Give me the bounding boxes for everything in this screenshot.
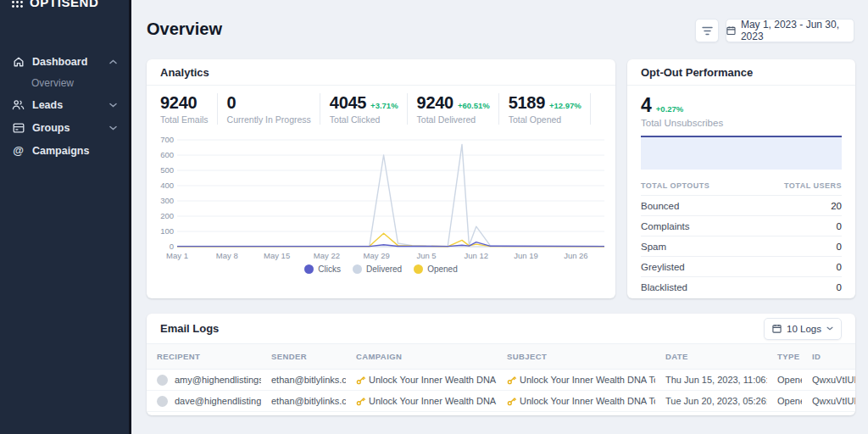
col-date: DATE	[655, 352, 767, 361]
date-range-label: May 1, 2023 - Jun 30, 2023	[741, 19, 854, 42]
svg-text:Jun 5: Jun 5	[416, 251, 436, 260]
optout-row-greylisted: Greylisted 0	[641, 256, 842, 276]
legend-item-delivered[interactable]: Delivered	[353, 264, 402, 274]
optout-card-title: Opt-Out Performance	[627, 59, 855, 86]
filter-button[interactable]	[695, 19, 719, 42]
svg-text:500: 500	[160, 165, 174, 175]
cell-recipient: amy@highendlistings.com	[147, 375, 261, 386]
cell-date: Tue Jun 20, 2023, 05:26:43 PM	[655, 396, 767, 406]
subject-text: Unlock Your Inner Wealth DNA Today!	[520, 396, 655, 406]
log-date: Tue Jun 20, 2023, 05:26:43 PM	[665, 396, 767, 406]
unsubscribes-delta: +0.27%	[656, 104, 684, 114]
col-sender: SENDER	[261, 352, 346, 361]
svg-text:May 8: May 8	[216, 251, 238, 260]
logs-count-select[interactable]: 10 Logs	[764, 318, 842, 340]
table-row[interactable]: dave@highendlistings.com ethan@bitlylink…	[147, 391, 855, 412]
stat-label: Total Clicked	[330, 114, 398, 125]
at-icon: @	[12, 144, 25, 157]
svg-text:Jun 19: Jun 19	[514, 251, 538, 260]
sidebar-item-label: Campaigns	[32, 145, 89, 157]
svg-text:0: 0	[170, 242, 174, 251]
recipient-email: amy@highendlistings.com	[175, 375, 261, 385]
legend-item-opened[interactable]: Opened	[414, 264, 458, 274]
optout-key: Blacklisted	[641, 282, 687, 292]
unsubscribes-sparkline	[641, 136, 842, 170]
subject-text: Unlock Your Inner Wealth DNA Today!	[520, 375, 655, 385]
optout-value: 0	[837, 282, 842, 292]
chevron-down-icon	[109, 125, 117, 131]
svg-text:May 22: May 22	[314, 251, 340, 260]
optout-row-blacklisted: Blacklisted 0	[641, 276, 842, 297]
sidebar-item-label: Leads	[32, 99, 63, 111]
key-icon	[507, 397, 516, 406]
email-logs-card: Email Logs 10 Logs RECIPENT SENDER CAMPA…	[147, 314, 855, 415]
svg-text:May 1: May 1	[166, 251, 188, 260]
email-logs-table-header: RECIPENT SENDER CAMPAIGN SUBJECT DATE TY…	[147, 344, 855, 370]
sidebar-item-leads[interactable]: Leads	[0, 93, 129, 116]
svg-text:200: 200	[160, 211, 174, 220]
log-type: Opened	[777, 396, 802, 406]
analytics-stats: 9240 Total Emails 0 Currently In Progres…	[147, 86, 615, 130]
col-recipient: RECIPENT	[147, 352, 261, 361]
unsubscribes-label: Total Unsubscribes	[641, 118, 842, 128]
svg-text:400: 400	[160, 181, 174, 190]
stat-value: 0	[227, 93, 236, 113]
sidebar-item-dashboard[interactable]: Dashboard	[0, 50, 129, 73]
recipient-email: dave@highendlistings.com	[175, 396, 261, 406]
optout-col-optouts: TOTAL OPTOUTS	[641, 181, 709, 190]
sidebar-item-campaigns[interactable]: @ Campaigns	[0, 139, 129, 162]
stat-in-progress: 0 Currently In Progress	[227, 93, 320, 125]
svg-text:May 15: May 15	[264, 251, 290, 260]
legend-item-clicks[interactable]: Clicks	[304, 264, 341, 274]
stat-label: Total Opened	[509, 114, 581, 125]
cell-date: Thu Jun 15, 2023, 11:06:20 PM	[655, 375, 767, 385]
optout-value: 0	[837, 262, 842, 272]
legend-label: Delivered	[366, 264, 402, 274]
legend-dot	[304, 264, 314, 274]
email-logs-header: Email Logs 10 Logs	[147, 314, 855, 344]
stat-total-emails: 9240 Total Emails	[160, 93, 218, 125]
sidebar: OPTISEND Dashboard Overview Leads	[0, 0, 131, 434]
legend-label: Clicks	[318, 264, 341, 274]
key-icon	[507, 376, 516, 385]
line-chart: 0100200300400500600700May 1May 8May 15Ma…	[157, 135, 605, 262]
analytics-card: Analytics 9240 Total Emails 0 Currently …	[147, 59, 615, 298]
home-icon	[12, 55, 25, 68]
logo-grid-icon	[11, 0, 24, 8]
optout-table: TOTAL OPTOUTS TOTAL USERS Bounced 20 Com…	[641, 178, 842, 297]
stat-value: 4045	[330, 93, 366, 113]
optout-value: 0	[837, 221, 842, 231]
optout-key: Spam	[641, 242, 666, 252]
sender-email: ethan@bitlylinks.com	[271, 375, 346, 385]
stat-total-clicked: 4045+3.71% Total Clicked	[330, 93, 408, 125]
optout-row-complaints: Complaints 0	[641, 215, 842, 236]
sidebar-item-groups[interactable]: Groups	[0, 116, 129, 139]
svg-text:Jun 26: Jun 26	[564, 251, 588, 260]
cell-subject: Unlock Your Inner Wealth DNA Today!	[497, 375, 655, 385]
legend-dot	[414, 264, 423, 274]
cell-type: Opened	[767, 396, 802, 406]
log-id: QwxuVtIUF	[812, 375, 855, 385]
optout-value: 20	[831, 201, 842, 211]
cell-sender: ethan@bitlylinks.com	[261, 375, 346, 385]
key-icon	[356, 397, 365, 406]
optout-row-bounced: Bounced 20	[641, 195, 842, 215]
chart-legend: ClicksDeliveredOpened	[157, 264, 605, 274]
sender-email: ethan@bitlylinks.com	[271, 396, 346, 406]
svg-text:600: 600	[160, 150, 174, 159]
optout-summary: 4 +0.27% Total Unsubscribes	[627, 86, 855, 170]
date-range-button[interactable]: May 1, 2023 - Jun 30, 2023	[726, 19, 854, 42]
table-row[interactable]: amy@highendlistings.com ethan@bitlylinks…	[147, 370, 855, 391]
col-type: TYPE	[767, 352, 802, 361]
chevron-down-icon	[826, 326, 833, 331]
col-id: ID	[802, 352, 855, 361]
stat-delta: +12.97%	[549, 101, 581, 110]
app-logo: OPTISEND	[0, 0, 129, 11]
stat-value: 9240	[160, 93, 197, 113]
email-logs-title: Email Logs	[160, 322, 219, 335]
sidebar-item-overview[interactable]: Overview	[0, 73, 129, 93]
avatar	[157, 375, 168, 386]
stat-label: Total Delivered	[417, 114, 490, 125]
campaign-text: Unlock Your Inner Wealth DNA Today!	[369, 396, 497, 406]
stat-value: 9240	[417, 93, 453, 113]
